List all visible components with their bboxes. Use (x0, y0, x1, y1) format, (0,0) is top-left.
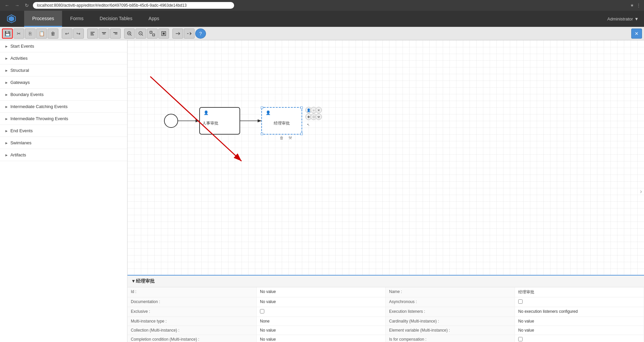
prop-label-id: Id : (127, 287, 257, 297)
svg-text:⚒: ⚒ (317, 115, 320, 119)
expand-icon: ► (5, 44, 8, 48)
expand-icon: ► (5, 68, 8, 72)
svg-text:☉: ☉ (312, 115, 315, 119)
compensation-checkbox[interactable] (518, 337, 523, 341)
expand-icon: ► (5, 141, 8, 145)
asynchronous-checkbox[interactable] (518, 299, 523, 304)
start-event-node[interactable] (164, 114, 178, 128)
sidebar-item-label: Boundary Events (10, 92, 44, 97)
prop-value-id[interactable]: No value (257, 287, 386, 297)
svg-rect-4 (91, 35, 94, 35)
prop-label-completion-condition: Completion condition (Multi-instance) : (127, 335, 257, 342)
forward-button[interactable]: → (13, 2, 21, 9)
help-button[interactable]: ? (195, 29, 206, 39)
prop-value-element-variable[interactable]: No value (515, 326, 644, 335)
zoom-reset-button[interactable] (158, 29, 169, 39)
toolbar-right: ✕ (631, 29, 642, 39)
properties-title: 经理审批 (136, 278, 155, 284)
scroll-indicator: › (640, 188, 642, 195)
sidebar-item-intermediate-throwing[interactable]: ► Intermediate Throwing Events (0, 113, 127, 125)
expand-icon: ► (5, 105, 8, 109)
prop-value-collection[interactable]: No value (257, 326, 386, 335)
tab-apps[interactable]: Apps (141, 11, 167, 27)
prop-value-cardinality[interactable]: No value (515, 317, 644, 326)
expand-icon: ► (5, 56, 8, 60)
arrow-expand[interactable]: ↖ (307, 123, 310, 127)
prop-value-is-for-compensation[interactable] (515, 335, 644, 342)
svg-marker-1 (9, 16, 14, 21)
align-right-button[interactable] (110, 29, 121, 39)
exclusive-checkbox[interactable] (260, 309, 264, 313)
prop-value-execution-listeners[interactable]: No execution listeners configured (515, 307, 644, 317)
sidebar-item-label: Gateways (10, 80, 30, 85)
properties-grid: Id : No value Name : 经理审批 Documentation … (127, 287, 644, 342)
handle-br[interactable] (301, 133, 303, 135)
task2-wrench-icon[interactable]: ⚒ (288, 136, 292, 140)
undo-button[interactable]: ↩ (62, 29, 72, 39)
menu-icon[interactable]: ⋮ (637, 3, 641, 8)
tab-processes[interactable]: Processes (24, 11, 62, 27)
refresh-button[interactable]: ↻ (23, 2, 30, 9)
sidebar-item-boundary-events[interactable]: ► Boundary Events (0, 89, 127, 101)
sidebar-item-label: Structural (10, 68, 29, 73)
canvas-area[interactable]: 👤 人事审批 👤 经理审批 👤 ○ ✕ ✚ (127, 40, 644, 342)
sidebar-item-gateways[interactable]: ► Gateways (0, 77, 127, 89)
back-button[interactable]: ← (3, 2, 11, 9)
sidebar-item-label: Intermediate Catching Events (10, 104, 68, 109)
prop-label-documentation: Documentation : (127, 297, 257, 307)
task2-delete-icon[interactable]: 🗑 (280, 136, 284, 140)
zoom-in-button[interactable] (124, 29, 135, 39)
save-button[interactable]: 💾 (2, 29, 13, 39)
paste-button[interactable]: 📋 (36, 29, 47, 39)
align-left-button[interactable] (87, 29, 98, 39)
sidebar-item-swimlanes[interactable]: ► Swimlanes (0, 137, 127, 149)
user-menu[interactable]: Administrator ▼ (607, 16, 639, 21)
expand-icon: ► (5, 117, 8, 121)
tab-forms[interactable]: Forms (62, 11, 92, 27)
prop-value-documentation[interactable]: No value (257, 297, 386, 307)
sidebar-item-end-events[interactable]: ► End Events (0, 125, 127, 137)
app-nav: Processes Forms Decision Tables Apps Adm… (0, 11, 644, 27)
sidebar-item-label: Swimlanes (10, 140, 32, 145)
svg-text:👤: 👤 (307, 108, 311, 112)
sidebar: ► Start Events ► Activities ► Structural… (0, 40, 127, 342)
address-bar[interactable]: localhost:8080/activiti-app/editor/#/edi… (33, 2, 234, 9)
user-label: Administrator (607, 16, 633, 21)
cut-button[interactable]: ✂ (13, 29, 24, 39)
tab-decision-tables[interactable]: Decision Tables (92, 11, 141, 27)
svg-text:经理审批: 经理审批 (274, 121, 290, 126)
prop-value-asynchronous[interactable] (515, 297, 644, 307)
close-editor-button[interactable]: ✕ (631, 29, 642, 39)
prop-value-multi-instance-type[interactable]: None (257, 317, 386, 326)
main-layout: ► Start Events ► Activities ► Structural… (0, 40, 644, 342)
sidebar-item-activities[interactable]: ► Activities (0, 52, 127, 64)
svg-rect-16 (150, 31, 152, 33)
sidebar-item-label: Intermediate Throwing Events (10, 116, 68, 121)
svg-text:👤: 👤 (204, 110, 209, 115)
handle-bl[interactable] (261, 133, 263, 135)
delete-button[interactable]: 🗑 (48, 29, 58, 39)
handle-tl[interactable] (261, 107, 263, 109)
sidebar-item-intermediate-catching[interactable]: ► Intermediate Catching Events (0, 101, 127, 113)
bookmark-icon[interactable]: ★ (630, 3, 634, 8)
sidebar-item-artifacts[interactable]: ► Artifacts (0, 149, 127, 161)
copy-button[interactable]: ⎘ (25, 29, 36, 39)
prop-value-completion-condition[interactable]: No value (257, 335, 386, 342)
connect-button[interactable] (172, 29, 183, 39)
collapse-icon[interactable]: ▾ (132, 278, 135, 284)
sidebar-item-structural[interactable]: ► Structural (0, 64, 127, 77)
handle-tr[interactable] (301, 107, 303, 109)
prop-value-exclusive[interactable] (257, 307, 386, 317)
disconnect-button[interactable] (184, 29, 195, 39)
expand-icon: ► (5, 81, 8, 85)
prop-label-element-variable: Element variable (Multi-instance) : (386, 326, 515, 335)
properties-panel: ▾ 经理审批 Id : No value Name : 经理审批 Documen… (127, 275, 644, 342)
zoom-out-button[interactable] (136, 29, 146, 39)
align-center-button[interactable] (99, 29, 109, 39)
zoom-fit-button[interactable] (147, 29, 158, 39)
redo-button[interactable]: ↪ (73, 29, 84, 39)
prop-value-name[interactable]: 经理审批 (515, 287, 644, 297)
toolbar: 💾 ✂ ⎘ 📋 🗑 ↩ ↪ ? ✕ (0, 27, 644, 40)
sidebar-item-start-events[interactable]: ► Start Events (0, 40, 127, 52)
prop-label-is-for-compensation: Is for compensation : (386, 335, 515, 342)
